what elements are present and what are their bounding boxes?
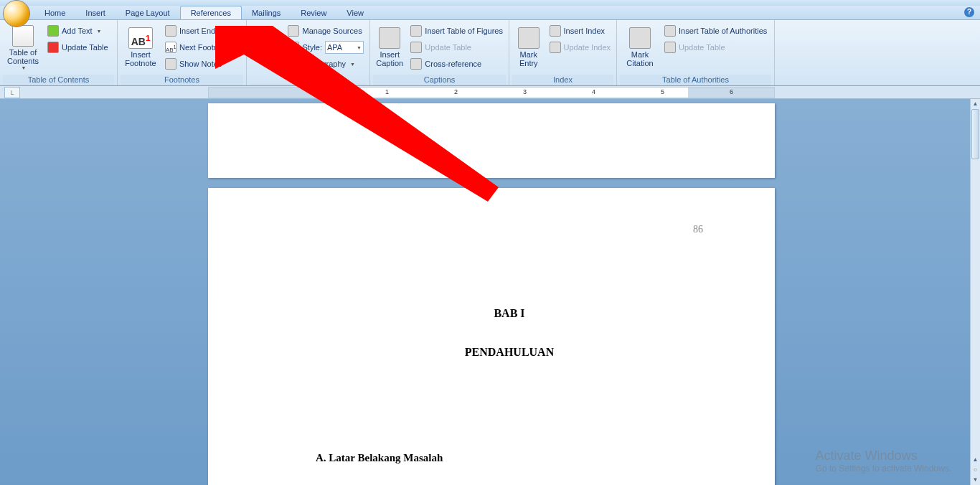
tab-review[interactable]: Review [291,6,336,19]
next-footnote-button[interactable]: AB1Next Footnote▼ [162,39,241,55]
group-label-index: Index [512,75,613,85]
doc-title-1: BAB I [316,307,703,320]
show-notes-icon [165,58,176,70]
mark-entry-button[interactable]: Mark Entry [512,22,545,73]
scroll-thumb[interactable] [971,109,979,159]
footnote-icon: AB1 [128,27,153,49]
doc-title-2: PENDAHULUAN [316,346,703,359]
update-icon [47,42,59,53]
document-workspace[interactable]: 86 BAB I PENDAHULUAN A. Latar Belakang M… [0,99,970,485]
toc-icon [12,25,34,47]
update-figures-button: Update Table [407,39,506,55]
page-current[interactable]: 86 BAB I PENDAHULUAN A. Latar Belakang M… [208,188,775,485]
next-footnote-icon: AB1 [165,42,176,53]
add-text-button[interactable]: Add Text▼ [44,23,111,39]
mark-citation-button[interactable]: Mark Citation [620,22,660,73]
add-text-icon [47,25,59,37]
crossref-icon [410,58,422,70]
update-index-button: Update Index [547,39,613,55]
doc-section-heading: A. Latar Belakang Masalah [316,452,703,464]
ribbon-tabs: Home Insert Page Layout References Maili… [0,6,980,20]
tab-insert[interactable]: Insert [75,6,116,19]
scroll-up-button[interactable]: ▲ [971,99,980,109]
table-of-contents-button[interactable]: Table of Contents▼ [3,22,43,73]
tab-mailings[interactable]: Mailings [242,6,291,19]
tab-selector[interactable]: L [4,87,20,98]
style-selector[interactable]: Style:APA▼ [285,39,367,55]
manage-sources-button[interactable]: Manage Sources [285,23,367,39]
tab-pagelayout[interactable]: Page Layout [116,6,180,19]
citation-icon [256,36,278,57]
index-icon [550,25,561,37]
next-page-button[interactable]: ▼ [971,475,980,485]
sources-icon [288,25,299,37]
vertical-scrollbar[interactable]: ▲ ▲ ○ ▼ [970,99,980,485]
style-icon [288,42,299,53]
group-label-toa: Table of Authorities [620,75,771,85]
insert-citation-button[interactable] [250,22,283,73]
prev-page-button[interactable]: ▲ [971,455,980,465]
update-icon [410,42,422,53]
ribbon: Table of Contents▼ Add Text▼ Update Tabl… [0,20,980,86]
group-label-footnotes: Footnotes [121,75,243,85]
endnote-icon [165,25,176,37]
insert-endnote-button[interactable]: Insert Endnote [162,23,241,39]
page-number: 86 [316,224,703,235]
insert-footnote-button[interactable]: AB1Insert Footnote [121,22,161,73]
browse-object-button[interactable]: ○ [971,465,980,475]
group-label-captions: Captions [373,75,506,85]
insert-toa-button[interactable]: Insert Table of Authorities [661,23,770,39]
caption-icon [379,27,400,49]
cross-reference-button[interactable]: Cross-reference [407,56,506,72]
help-icon[interactable]: ? [964,7,974,17]
mark-entry-icon [518,27,540,49]
show-notes-button[interactable]: Show Notes [162,56,241,72]
horizontal-ruler[interactable]: 1 2 3 4 5 6 [208,87,775,98]
update-icon [664,42,676,53]
insert-caption-button[interactable]: Insert Caption [373,22,406,73]
office-button[interactable] [3,0,30,27]
tab-home[interactable]: Home [34,6,75,19]
figures-icon [410,25,422,37]
group-label-toc: Table of Contents [3,75,114,85]
ruler-row: L 1 2 3 4 5 6 [0,86,980,99]
tab-view[interactable]: View [336,6,374,19]
page-previous[interactable] [208,103,775,178]
insert-index-button[interactable]: Insert Index [547,23,613,39]
windows-watermark: Activate Windows Go to Settings to activ… [816,448,951,474]
update-toa-button: Update Table [661,39,770,55]
insert-table-figures-button[interactable]: Insert Table of Figures [407,23,506,39]
mark-citation-icon [629,27,651,49]
style-dropdown[interactable]: APA▼ [325,41,364,54]
tab-references[interactable]: References [180,6,242,19]
group-label-citations [250,83,367,85]
update-icon [550,42,561,53]
bibliography-button[interactable]: Bibliography▼ [285,56,367,72]
update-table-button[interactable]: Update Table [44,39,111,55]
toa-icon [664,25,676,37]
biblio-icon [288,58,299,70]
